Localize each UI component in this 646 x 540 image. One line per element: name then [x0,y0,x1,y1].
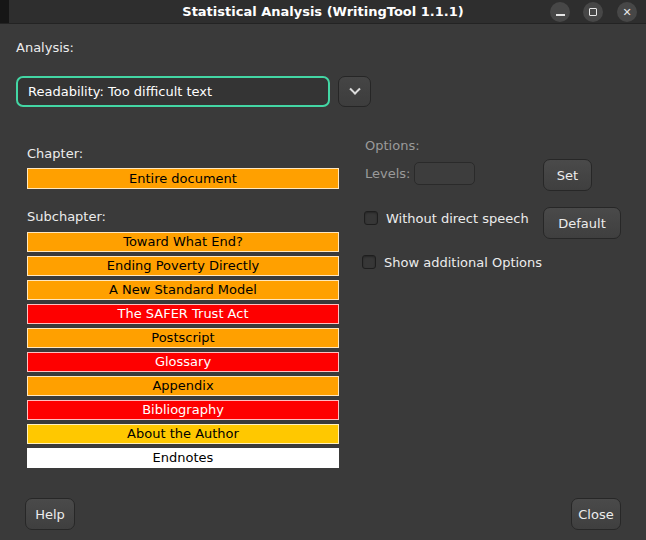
without-direct-speech-checkbox[interactable] [364,211,378,225]
minimize-button[interactable] [550,2,570,22]
subchapter-list: Toward What End?Ending Poverty DirectlyA… [27,232,339,472]
help-button[interactable]: Help [25,498,75,530]
chapter-label: Chapter: [27,146,83,161]
subchapter-bar[interactable]: About the Author [27,424,339,444]
minimize-icon [556,14,565,16]
close-window-button[interactable]: ✕ [617,2,637,22]
default-button[interactable]: Default [543,207,621,239]
chapter-bar[interactable]: Entire document [27,168,339,189]
subchapter-bar[interactable]: Toward What End? [27,232,339,252]
maximize-button[interactable] [583,2,603,22]
subchapter-bar[interactable]: A New Standard Model [27,280,339,300]
show-additional-options-label[interactable]: Show additional Options [384,255,542,270]
analysis-dropdown-button[interactable] [338,76,371,107]
analysis-label: Analysis: [16,40,74,55]
options-label: Options: [365,138,420,153]
set-button[interactable]: Set [543,159,592,191]
subchapter-bar[interactable]: Ending Poverty Directly [27,256,339,276]
chapter-list: Entire document [27,168,339,189]
subchapter-bar[interactable]: Bibliography [27,400,339,420]
desktop-corner [0,0,9,23]
close-icon: ✕ [622,6,631,19]
levels-label: Levels: [365,166,410,181]
analysis-combobox[interactable]: Readability: Too difficult text [16,76,330,107]
subchapter-bar[interactable]: Glossary [27,352,339,372]
subchapter-bar[interactable]: Appendix [27,376,339,396]
chevron-down-icon [349,83,360,94]
without-direct-speech-label[interactable]: Without direct speech [386,211,529,226]
subchapter-bar[interactable]: Endnotes [27,448,339,468]
subchapter-bar[interactable]: Postscript [27,328,339,348]
subchapter-label: Subchapter: [27,209,106,224]
show-additional-options-checkbox[interactable] [362,255,376,269]
subchapter-bar[interactable]: The SAFER Trust Act [27,304,339,324]
close-button[interactable]: Close [571,498,621,530]
maximize-icon [589,8,597,16]
levels-input[interactable] [414,162,475,185]
